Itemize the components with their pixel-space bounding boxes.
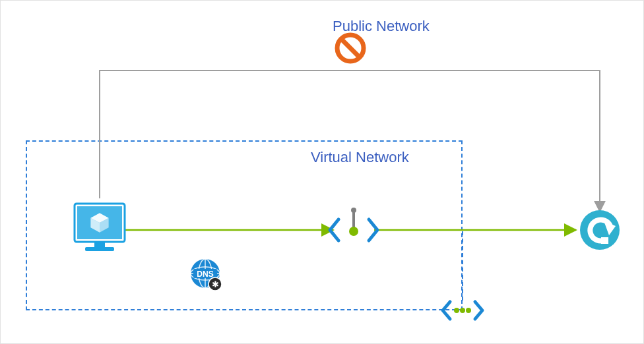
public-network-label: Public Network	[333, 18, 430, 35]
virtual-network-label: Virtual Network	[311, 149, 409, 166]
svg-marker-28	[604, 221, 616, 235]
svg-point-27	[580, 210, 620, 250]
diagram-canvas: Public Network Virtual Network	[0, 0, 644, 344]
blocked-icon	[337, 35, 364, 61]
svg-line-1	[342, 40, 359, 57]
svg-rect-29	[601, 237, 608, 244]
svg-point-0	[337, 35, 364, 61]
relay-service-icon	[580, 210, 620, 250]
svg-point-17	[466, 308, 471, 313]
